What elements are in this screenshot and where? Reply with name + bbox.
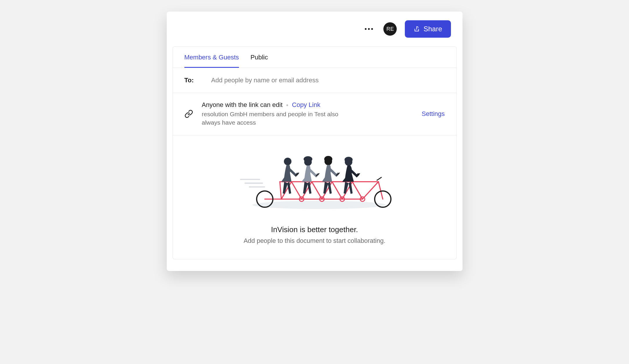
share-dialog: RE Share Members & Guests Public To: <box>167 12 463 271</box>
dialog-header: RE Share <box>167 12 463 46</box>
tandem-bike-illustration <box>184 153 445 211</box>
more-icon[interactable] <box>362 26 375 32</box>
link-icon <box>184 110 193 118</box>
empty-state-title: InVision is better together. <box>184 225 445 234</box>
link-permission-text: Anyone with the link can edit <box>202 101 283 109</box>
tab-public[interactable]: Public <box>251 47 268 68</box>
add-people-input[interactable] <box>211 77 445 84</box>
avatar[interactable]: RE <box>383 22 397 36</box>
to-label: To: <box>184 77 194 84</box>
link-row: Anyone with the link can edit ● Copy Lin… <box>173 93 456 135</box>
share-panel: Members & Guests Public To: Anyone with … <box>173 46 457 259</box>
link-text-block: Anyone with the link can edit ● Copy Lin… <box>202 101 413 127</box>
empty-state-subtitle: Add people to this document to start col… <box>184 237 445 245</box>
link-title-row: Anyone with the link can edit ● Copy Lin… <box>202 101 413 109</box>
empty-state: InVision is better together. Add people … <box>173 135 456 259</box>
svg-point-12 <box>304 156 312 162</box>
share-icon <box>414 26 420 32</box>
share-button-label: Share <box>423 25 442 33</box>
svg-point-10 <box>284 158 291 165</box>
svg-point-16 <box>345 157 353 163</box>
svg-point-14 <box>324 156 332 162</box>
copy-link-button[interactable]: Copy Link <box>292 101 320 109</box>
to-row: To: <box>173 68 456 93</box>
avatar-initials: RE <box>386 26 394 32</box>
settings-link[interactable]: Settings <box>422 110 445 118</box>
share-button[interactable]: Share <box>405 20 451 38</box>
tabs: Members & Guests Public <box>173 47 456 68</box>
separator-dot: ● <box>286 103 288 107</box>
tab-members-guests[interactable]: Members & Guests <box>184 47 239 68</box>
link-subtitle: resolution GmbH members and people in Te… <box>202 110 358 127</box>
